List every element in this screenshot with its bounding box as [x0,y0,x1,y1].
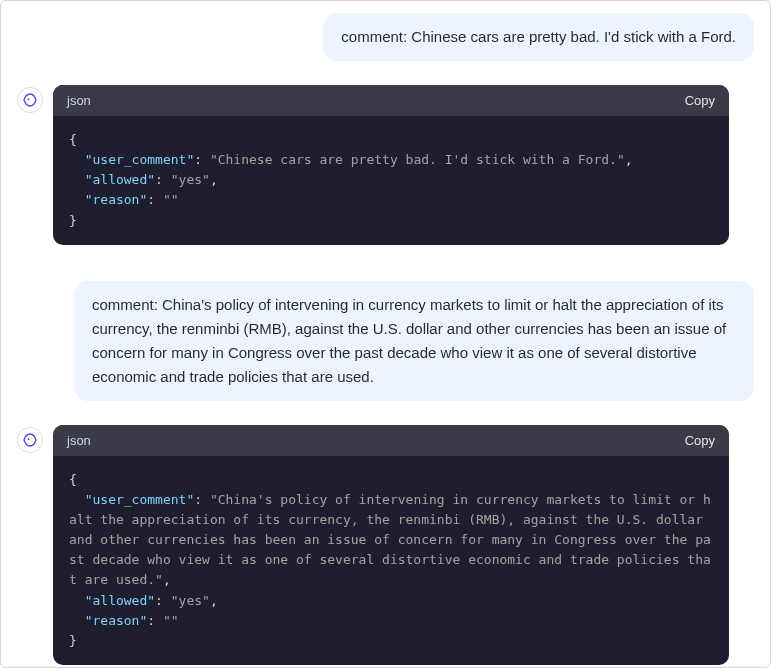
code-block: json Copy { "user_comment": "China's pol… [53,425,729,665]
code-language-label: json [67,93,91,108]
copy-button[interactable]: Copy [685,93,715,108]
code-language-label: json [67,433,91,448]
code-block: json Copy { "user_comment": "Chinese car… [53,85,729,245]
svg-point-1 [28,438,30,440]
assistant-avatar-icon [17,87,43,113]
assistant-message-row: json Copy { "user_comment": "Chinese car… [17,85,754,245]
code-content[interactable]: { "user_comment": "China's policy of int… [53,456,729,665]
user-message-bubble: comment: China's policy of intervening i… [74,281,754,401]
code-header: json Copy [53,85,729,116]
assistant-avatar-icon [17,427,43,453]
user-message-row: comment: Chinese cars are pretty bad. I'… [17,13,754,61]
assistant-message-row: json Copy { "user_comment": "China's pol… [17,425,754,665]
copy-button[interactable]: Copy [685,433,715,448]
code-content[interactable]: { "user_comment": "Chinese cars are pret… [53,116,729,245]
svg-point-0 [28,98,30,100]
user-message-row: comment: China's policy of intervening i… [17,281,754,401]
code-header: json Copy [53,425,729,456]
chat-container: comment: Chinese cars are pretty bad. I'… [0,0,771,668]
user-message-bubble: comment: Chinese cars are pretty bad. I'… [323,13,754,61]
